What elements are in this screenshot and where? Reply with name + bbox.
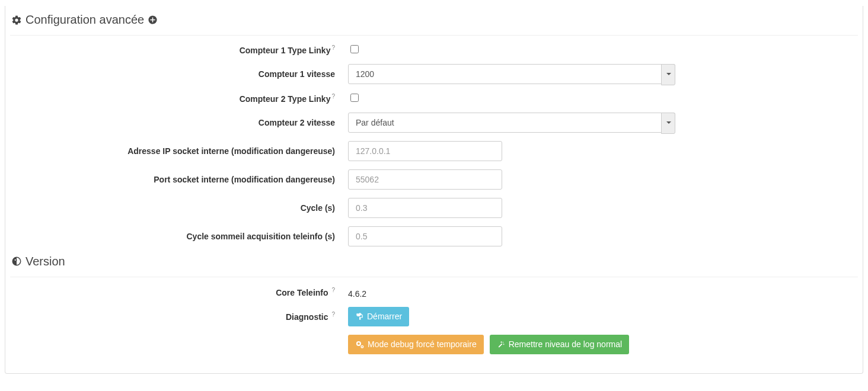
compteur1-linky-label: Compteur 1 Type Linky xyxy=(240,46,331,55)
paint-icon xyxy=(355,312,363,321)
compteur2-vitesse-select[interactable]: 1200Par défaut xyxy=(348,113,675,133)
compteur2-linky-label: Compteur 2 Type Linky xyxy=(240,94,331,104)
cycle-sommeil-label: Cycle sommeil acquisition teleinfo (s) xyxy=(186,232,335,241)
cycle-sommeil-input[interactable] xyxy=(348,226,502,246)
section-header-config: Configuration avancée xyxy=(11,13,858,27)
cogs-icon xyxy=(355,340,364,349)
compteur1-linky-checkbox[interactable] xyxy=(350,45,359,53)
ip-label: Adresse IP socket interne (modification … xyxy=(127,146,335,156)
magic-icon xyxy=(497,340,505,348)
section-title-version: Version xyxy=(25,255,65,268)
core-teleinfo-label: Core Teleinfo xyxy=(276,287,328,297)
version-icon xyxy=(11,256,22,267)
ip-input[interactable] xyxy=(348,141,502,161)
compteur1-vitesse-label: Compteur 1 vitesse xyxy=(259,69,335,79)
port-label: Port socket interne (modification danger… xyxy=(154,175,335,184)
compteur1-vitesse-select[interactable]: 1200Par défaut xyxy=(348,64,675,84)
section-title-config: Configuration avancée xyxy=(25,13,144,27)
compteur2-vitesse-label: Compteur 2 vitesse xyxy=(259,118,335,127)
debug-button-label: Mode debug forcé temporaire xyxy=(368,339,477,349)
debug-button[interactable]: Mode debug forcé temporaire xyxy=(348,335,484,354)
gear-icon xyxy=(11,15,22,25)
section-header-version: Version xyxy=(11,255,858,268)
help-icon[interactable]: ? xyxy=(331,311,335,318)
help-icon[interactable]: ? xyxy=(331,93,335,100)
help-icon[interactable]: ? xyxy=(331,44,335,51)
port-input[interactable] xyxy=(348,169,502,190)
compteur2-linky-checkbox[interactable] xyxy=(350,94,359,102)
normal-log-button[interactable]: Remettre niveau de log normal xyxy=(490,335,629,354)
core-teleinfo-value: 4.6.2 xyxy=(348,286,366,299)
cycle-input[interactable] xyxy=(348,198,502,218)
plus-circle-icon[interactable] xyxy=(148,15,158,25)
help-icon[interactable]: ? xyxy=(331,287,335,293)
start-button[interactable]: Démarrer xyxy=(348,307,409,326)
diagnostic-label: Diagnostic xyxy=(286,312,328,322)
start-button-label: Démarrer xyxy=(367,312,402,321)
cycle-label: Cycle (s) xyxy=(301,203,335,213)
normal-log-button-label: Remettre niveau de log normal xyxy=(509,339,622,349)
svg-point-1 xyxy=(15,259,16,261)
